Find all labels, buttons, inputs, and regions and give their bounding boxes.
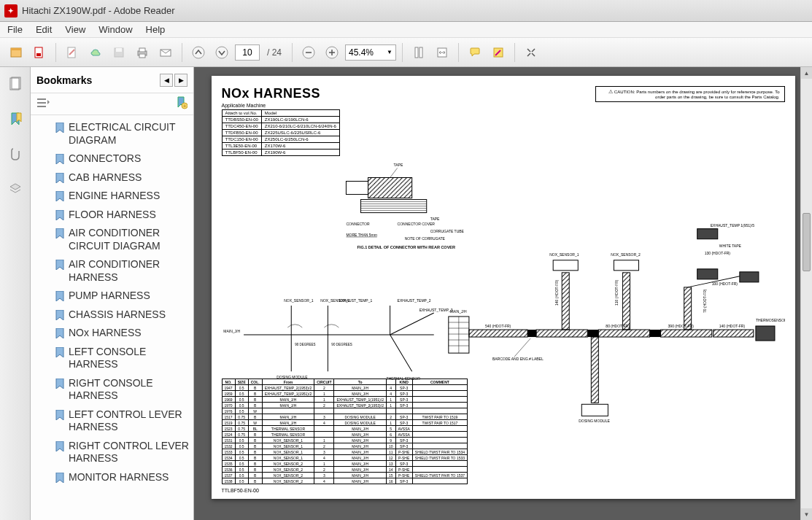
bookmark-item[interactable]: ENGINE HARNESS bbox=[51, 187, 193, 206]
comment-button[interactable] bbox=[465, 42, 485, 63]
highlight-button[interactable] bbox=[488, 42, 509, 63]
svg-rect-87 bbox=[614, 260, 638, 271]
svg-rect-19 bbox=[419, 47, 422, 58]
bookmark-label: CAB HARNESS bbox=[69, 171, 142, 185]
bookmark-next-button[interactable]: ▶ bbox=[174, 74, 187, 87]
caution-box: ⚠ CAUTION: Parts numbers on the drawing … bbox=[595, 86, 785, 102]
bookmark-item[interactable]: LEFT CONTROL LEVER HARNESS bbox=[51, 405, 193, 437]
page-up-button[interactable] bbox=[188, 42, 209, 63]
svg-text:140 (HDOT-FR): 140 (HDOT-FR) bbox=[719, 324, 745, 328]
cloud-button[interactable] bbox=[85, 42, 106, 63]
bookmark-item[interactable]: ELECTRICAL CIRCUIT DIAGRAM bbox=[51, 118, 193, 150]
applicable-machine-table: Attach to vol.No.ModelTTDBS50-EN-00ZX190… bbox=[222, 109, 340, 156]
attachments-button[interactable] bbox=[6, 144, 25, 163]
svg-rect-99 bbox=[755, 326, 774, 341]
open-file-button[interactable] bbox=[6, 42, 26, 63]
bookmark-label: AIR CONDITIONER HARNESS bbox=[69, 258, 189, 284]
svg-rect-29 bbox=[368, 177, 411, 198]
svg-text:130 (HDOT-FR): 130 (HDOT-FR) bbox=[704, 251, 730, 255]
svg-text:TAPE: TAPE bbox=[393, 163, 403, 167]
svg-text:CONNECTOR COVER: CONNECTOR COVER bbox=[397, 222, 435, 226]
svg-text:EXHAUST_TEMP 1(951)/5: EXHAUST_TEMP 1(951)/5 bbox=[710, 223, 754, 228]
bookmark-icon bbox=[55, 154, 64, 164]
bookmark-item[interactable]: RIGHT CONTROL LEVER HARNESS bbox=[51, 437, 193, 468]
bookmark-item[interactable]: AIR CONDITIONER CIRCUIT DIAGRAM bbox=[51, 224, 193, 255]
bookmark-label: RIGHT CONSOLE HARNESS bbox=[69, 377, 189, 403]
page-down-button[interactable] bbox=[212, 42, 232, 63]
svg-text:CONNECTOR: CONNECTOR bbox=[346, 222, 370, 226]
svg-text:DOSING MODULE: DOSING MODULE bbox=[579, 419, 610, 423]
svg-text:140 (HDOT-FR): 140 (HDOT-FR) bbox=[554, 279, 559, 306]
warning-icon: ⚠ bbox=[608, 89, 613, 94]
svg-text:CORRUGATE TUBE: CORRUGATE TUBE bbox=[430, 229, 464, 233]
menu-view[interactable]: View bbox=[65, 24, 85, 35]
bookmark-item[interactable]: AIR CONDITIONER HARNESS bbox=[51, 255, 193, 287]
scroll-up-icon[interactable]: ▲ bbox=[801, 67, 812, 79]
svg-line-51 bbox=[390, 313, 433, 335]
svg-text:MAIN_J/H: MAIN_J/H bbox=[223, 329, 240, 333]
scroll-down-icon[interactable]: ▼ bbox=[801, 508, 812, 520]
print-button[interactable] bbox=[132, 42, 152, 63]
save-button[interactable] bbox=[109, 42, 129, 63]
bookmark-item[interactable]: CONNECTORS bbox=[51, 150, 193, 168]
svg-rect-1 bbox=[11, 48, 21, 50]
page-thumbs-button[interactable] bbox=[6, 74, 25, 93]
svg-rect-88 bbox=[697, 229, 717, 239]
bookmark-label: CHASSIS HARNESS bbox=[69, 308, 166, 322]
svg-rect-18 bbox=[415, 47, 418, 58]
edit-button[interactable] bbox=[62, 42, 82, 63]
svg-text:90 DEGREES: 90 DEGREES bbox=[331, 343, 352, 346]
bookmark-item[interactable]: LEFT CONSOLE HARNESS bbox=[51, 343, 193, 374]
bookmark-label: ELECTRICAL CIRCUIT DIAGRAM bbox=[69, 121, 189, 147]
svg-text:NOTE OF CORRUGATE: NOTE OF CORRUGATE bbox=[404, 236, 445, 241]
fit-page-button[interactable] bbox=[409, 42, 429, 63]
menu-window[interactable]: Window bbox=[98, 24, 132, 35]
bookmark-item[interactable]: NOx HARNESS bbox=[51, 324, 193, 343]
bookmark-item[interactable]: CHASSIS HARNESS bbox=[51, 306, 193, 325]
layers-button[interactable] bbox=[6, 179, 25, 198]
zoom-in-button[interactable] bbox=[322, 42, 342, 63]
svg-rect-81 bbox=[622, 273, 630, 330]
svg-rect-9 bbox=[139, 54, 145, 58]
svg-rect-72 bbox=[598, 330, 649, 337]
bookmark-icon bbox=[55, 260, 64, 270]
bookmark-label: CONNECTORS bbox=[69, 152, 141, 166]
email-button[interactable] bbox=[155, 42, 176, 63]
bookmark-prev-button[interactable]: ◀ bbox=[160, 74, 173, 87]
window-title: Hitachi ZX190W.pdf - Adobe Reader bbox=[22, 5, 175, 16]
create-pdf-button[interactable] bbox=[29, 42, 50, 63]
bookmark-ribbon-button[interactable] bbox=[6, 109, 25, 128]
bookmark-add-button[interactable]: + bbox=[176, 96, 187, 112]
doc-scrollbar[interactable]: ▲ ▼ bbox=[800, 67, 812, 520]
svg-line-38 bbox=[390, 168, 397, 177]
svg-line-97 bbox=[514, 338, 530, 357]
svg-rect-71 bbox=[536, 330, 587, 337]
bookmark-item[interactable]: RIGHT CONSOLE HARNESS bbox=[51, 374, 193, 405]
menu-help[interactable]: Help bbox=[146, 24, 166, 35]
svg-rect-76 bbox=[649, 330, 660, 337]
svg-text:BARCODE AND ENG.# LABEL: BARCODE AND ENG.# LABEL bbox=[492, 357, 543, 361]
bookmark-icon bbox=[55, 347, 64, 357]
bookmark-icon bbox=[55, 379, 64, 389]
svg-text:WHITE TAPE: WHITE TAPE bbox=[719, 244, 741, 248]
circuit-table: NO.SIZECOL.FromCIRCUITToKINDCOMMENT19470… bbox=[222, 379, 468, 484]
menu-file[interactable]: File bbox=[7, 24, 23, 35]
svg-rect-30 bbox=[346, 182, 368, 195]
bookmark-item[interactable]: PUMP HARNESS bbox=[51, 287, 193, 306]
read-mode-button[interactable] bbox=[521, 42, 541, 63]
zoom-out-button[interactable] bbox=[298, 42, 319, 63]
bookmark-item[interactable]: CAB HARNESS bbox=[51, 168, 193, 187]
svg-text:NOX_SENSOR_1: NOX_SENSOR_1 bbox=[549, 252, 579, 257]
bookmark-options-icon[interactable] bbox=[36, 97, 50, 112]
zoom-level-select[interactable]: 45.4%▼ bbox=[345, 44, 396, 61]
bookmark-item[interactable]: MONITOR HARNESS bbox=[51, 468, 193, 487]
page-number-input[interactable] bbox=[235, 44, 260, 61]
fit-width-button[interactable] bbox=[432, 42, 452, 63]
svg-rect-24 bbox=[37, 98, 46, 100]
bookmark-item[interactable]: FLOOR HARNESS bbox=[51, 206, 193, 225]
scroll-thumb[interactable] bbox=[803, 213, 811, 271]
menu-edit[interactable]: Edit bbox=[36, 24, 52, 35]
svg-text:EXHAUST_TEMP_3: EXHAUST_TEMP_3 bbox=[419, 308, 452, 312]
svg-point-12 bbox=[216, 47, 228, 58]
svg-rect-75 bbox=[587, 330, 598, 337]
